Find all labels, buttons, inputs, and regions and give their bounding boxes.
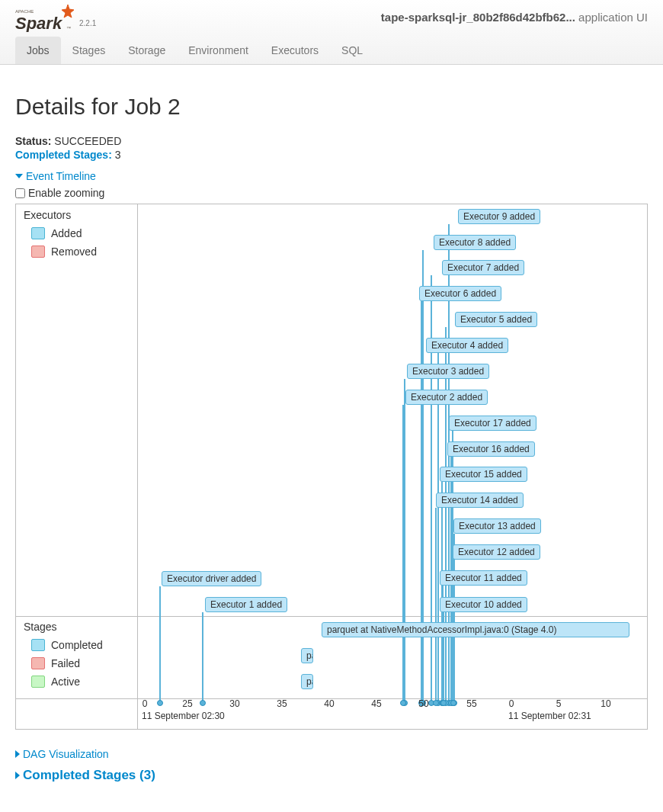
legend-stages-title: Stages [24, 621, 130, 633]
axis-tick: 5 [556, 698, 562, 709]
stage-bar-pa2[interactable]: pa [301, 674, 313, 689]
tab-stages[interactable]: Stages [61, 37, 117, 64]
legend-added: Added [24, 224, 130, 242]
axis-tick: 35 [277, 698, 287, 709]
timeline-legend-stages: Stages Completed Failed Active [16, 616, 138, 695]
executor-events-area: Executor 9 added Executor 8 added Execut… [138, 204, 647, 616]
axis-tick: 25 [182, 698, 192, 709]
tab-storage[interactable]: Storage [117, 37, 177, 64]
axis-tick: 55 [466, 698, 476, 709]
event-executor-5[interactable]: Executor 5 added [455, 312, 537, 327]
axis-tick: 0 [509, 698, 514, 709]
completed-stages-value: 3 [115, 149, 121, 161]
axis-tick: 40 [324, 698, 334, 709]
legend-completed: Completed [24, 636, 130, 654]
event-executor-9[interactable]: Executor 9 added [458, 209, 540, 224]
timeline-chart[interactable]: Executor 9 added Executor 8 added Execut… [138, 204, 647, 729]
event-executor-driver[interactable]: Executor driver added [162, 571, 261, 586]
event-executor-11[interactable]: Executor 11 added [440, 570, 527, 586]
axis-tick: 50 [418, 698, 428, 709]
event-executor-12[interactable]: Executor 12 added [453, 544, 540, 560]
svg-text:™: ™ [66, 26, 71, 30]
status-value: SUCCEEDED [54, 135, 121, 147]
tab-sql[interactable]: SQL [330, 37, 374, 64]
caret-down-icon [15, 174, 23, 178]
nav-tabs: Jobs Stages Storage Environment Executor… [15, 37, 648, 64]
navbar: APACHE Spark ™ 2.2.1 tape-sparksql-jr_80… [0, 0, 663, 65]
event-executor-4[interactable]: Executor 4 added [426, 338, 508, 353]
event-executor-14[interactable]: Executor 14 added [436, 493, 524, 508]
svg-marker-0 [62, 5, 74, 18]
app-name: tape-sparksql-jr_80b2f86d42bfb62... [381, 11, 575, 24]
event-executor-3[interactable]: Executor 3 added [407, 364, 489, 379]
swatch-active [31, 676, 45, 688]
event-executor-15[interactable]: Executor 15 added [440, 467, 527, 482]
dag-viz-label: DAG Visualization [23, 748, 109, 760]
axis-major-label: 11 September 02:30 [142, 711, 225, 721]
event-executor-17[interactable]: Executor 17 added [449, 416, 536, 431]
swatch-failed [31, 657, 45, 669]
event-executor-13[interactable]: Executor 13 added [453, 518, 541, 534]
swatch-removed [31, 246, 45, 258]
stage-bar-pa1[interactable]: pa [301, 648, 313, 663]
event-timeline-toggle[interactable]: Event Timeline [15, 170, 648, 182]
axis-tick: 30 [229, 698, 239, 709]
completed-stages-label[interactable]: Completed Stages: [15, 149, 112, 161]
spark-logo: APACHE Spark ™ [15, 5, 75, 32]
app-suffix: application UI [578, 11, 648, 24]
stage-bar-4[interactable]: parquet at NativeMethodAccessorImpl.java… [322, 622, 629, 637]
timeline: Executors Added Removed Stages Completed… [15, 204, 648, 730]
legend-executors-title: Executors [24, 209, 130, 221]
svg-text:Spark: Spark [15, 14, 63, 32]
status-label: Status: [15, 135, 51, 147]
completed-stages-row: Completed Stages: 3 [15, 149, 648, 161]
axis-major-label: 11 September 02:31 [508, 711, 591, 721]
caret-right-icon [15, 750, 20, 758]
event-timeline-label: Event Timeline [26, 170, 96, 182]
caret-right-icon [15, 772, 20, 779]
status-row: Status: SUCCEEDED [15, 135, 648, 147]
axis-tick: 45 [371, 698, 381, 709]
stage-events-area: parquet at NativeMethodAccessorImpl.java… [138, 616, 647, 698]
legend-removed: Removed [24, 242, 130, 261]
tab-jobs[interactable]: Jobs [15, 37, 61, 64]
event-executor-2[interactable]: Executor 2 added [405, 390, 488, 405]
swatch-completed [31, 639, 45, 651]
event-executor-7[interactable]: Executor 7 added [442, 260, 524, 275]
app-title: tape-sparksql-jr_80b2f86d42bfb62... appl… [381, 11, 648, 24]
spark-version: 2.2.1 [79, 19, 96, 27]
completed-stages-toggle[interactable]: Completed Stages (3) [15, 768, 648, 783]
tab-executors[interactable]: Executors [260, 37, 330, 64]
tab-environment[interactable]: Environment [177, 37, 260, 64]
enable-zooming-row: Enable zooming [15, 187, 648, 199]
event-executor-16[interactable]: Executor 16 added [447, 441, 535, 457]
timeline-axis: 0 25 30 35 40 45 50 55 0 5 10 11 Septemb… [138, 698, 647, 729]
swatch-added [31, 227, 45, 239]
event-executor-10[interactable]: Executor 10 added [440, 597, 527, 612]
axis-tick: 0 [143, 698, 148, 709]
page-title: Details for Job 2 [15, 94, 648, 120]
event-executor-1[interactable]: Executor 1 added [205, 597, 287, 612]
event-executor-6[interactable]: Executor 6 added [419, 286, 501, 301]
legend-active: Active [24, 672, 130, 691]
enable-zooming-label: Enable zooming [28, 187, 104, 199]
dag-visualization-toggle[interactable]: DAG Visualization [15, 748, 648, 760]
completed-stages-link: Completed Stages (3) [23, 768, 155, 783]
enable-zooming-checkbox[interactable] [15, 188, 25, 198]
legend-failed: Failed [24, 654, 130, 672]
axis-tick: 10 [601, 698, 610, 709]
event-executor-8[interactable]: Executor 8 added [434, 235, 516, 250]
